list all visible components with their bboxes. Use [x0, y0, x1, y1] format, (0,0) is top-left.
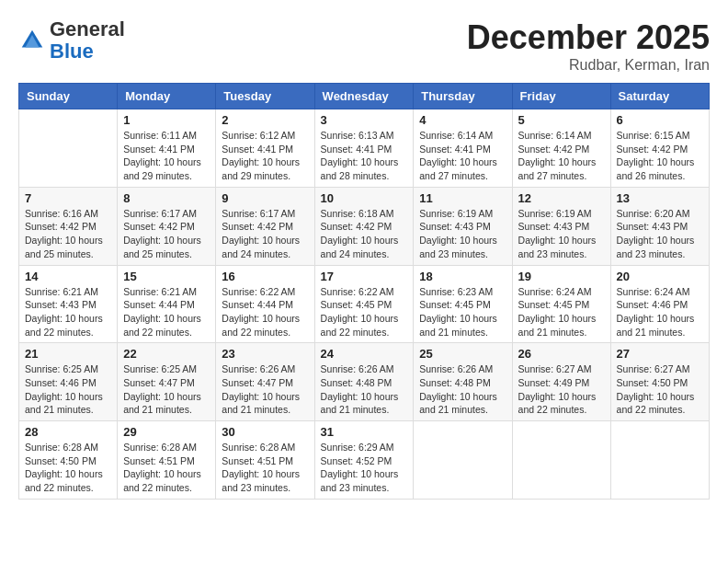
day-number: 22	[123, 347, 210, 361]
calendar-cell: 25Sunrise: 6:26 AM Sunset: 4:48 PM Dayli…	[414, 343, 512, 421]
day-number: 16	[222, 270, 308, 283]
day-info: Sunrise: 6:13 AM Sunset: 4:41 PM Dayligh…	[321, 129, 408, 183]
calendar-cell: 23Sunrise: 6:26 AM Sunset: 4:47 PM Dayli…	[216, 343, 314, 421]
calendar-cell: 18Sunrise: 6:23 AM Sunset: 4:45 PM Dayli…	[414, 265, 512, 343]
weekday-header: Friday	[512, 84, 610, 109]
day-number: 9	[222, 191, 308, 205]
calendar-cell: 1Sunrise: 6:11 AM Sunset: 4:41 PM Daylig…	[118, 109, 216, 188]
day-info: Sunrise: 6:18 AM Sunset: 4:42 PM Dayligh…	[321, 207, 408, 261]
day-number: 3	[321, 113, 408, 127]
day-number: 8	[123, 191, 210, 205]
location: Rudbar, Kerman, Iran	[467, 57, 710, 74]
day-number: 13	[617, 191, 703, 205]
day-number: 14	[25, 270, 111, 283]
calendar-week-row: 21Sunrise: 6:25 AM Sunset: 4:46 PM Dayli…	[19, 343, 710, 421]
calendar-cell: 5Sunrise: 6:14 AM Sunset: 4:42 PM Daylig…	[512, 109, 610, 188]
weekday-header: Thursday	[414, 84, 512, 109]
calendar-cell: 9Sunrise: 6:17 AM Sunset: 4:42 PM Daylig…	[216, 187, 314, 265]
logo-text: General Blue	[50, 18, 125, 63]
day-info: Sunrise: 6:21 AM Sunset: 4:43 PM Dayligh…	[25, 285, 111, 339]
day-info: Sunrise: 6:24 AM Sunset: 4:46 PM Dayligh…	[617, 285, 703, 339]
calendar-cell: 30Sunrise: 6:28 AM Sunset: 4:51 PM Dayli…	[216, 421, 314, 500]
day-number: 5	[518, 113, 605, 127]
day-info: Sunrise: 6:25 AM Sunset: 4:46 PM Dayligh…	[25, 362, 111, 417]
day-info: Sunrise: 6:22 AM Sunset: 4:44 PM Dayligh…	[222, 285, 308, 339]
calendar-cell: 3Sunrise: 6:13 AM Sunset: 4:41 PM Daylig…	[314, 109, 414, 188]
calendar-cell: 24Sunrise: 6:26 AM Sunset: 4:48 PM Dayli…	[314, 343, 414, 421]
day-info: Sunrise: 6:23 AM Sunset: 4:45 PM Dayligh…	[419, 285, 506, 339]
day-info: Sunrise: 6:27 AM Sunset: 4:50 PM Dayligh…	[617, 362, 703, 417]
day-number: 1	[123, 113, 210, 127]
day-number: 31	[321, 425, 408, 439]
day-number: 26	[518, 347, 605, 361]
weekday-header: Monday	[118, 84, 216, 109]
day-number: 2	[222, 113, 308, 127]
day-info: Sunrise: 6:26 AM Sunset: 4:47 PM Dayligh…	[222, 362, 308, 417]
day-info: Sunrise: 6:21 AM Sunset: 4:44 PM Dayligh…	[123, 285, 210, 339]
title-block: December 2025 Rudbar, Kerman, Iran	[467, 18, 710, 74]
day-info: Sunrise: 6:27 AM Sunset: 4:49 PM Dayligh…	[518, 362, 605, 417]
calendar-cell: 27Sunrise: 6:27 AM Sunset: 4:50 PM Dayli…	[610, 343, 709, 421]
calendar-cell: 7Sunrise: 6:16 AM Sunset: 4:42 PM Daylig…	[19, 187, 118, 265]
calendar-cell: 10Sunrise: 6:18 AM Sunset: 4:42 PM Dayli…	[314, 187, 414, 265]
weekday-header: Sunday	[19, 84, 118, 109]
calendar-cell: 21Sunrise: 6:25 AM Sunset: 4:46 PM Dayli…	[19, 343, 118, 421]
day-info: Sunrise: 6:29 AM Sunset: 4:52 PM Dayligh…	[321, 441, 408, 495]
calendar-cell	[610, 421, 709, 500]
calendar-cell: 15Sunrise: 6:21 AM Sunset: 4:44 PM Dayli…	[118, 265, 216, 343]
day-info: Sunrise: 6:26 AM Sunset: 4:48 PM Dayligh…	[321, 362, 408, 417]
day-number: 7	[25, 191, 111, 205]
calendar-cell: 14Sunrise: 6:21 AM Sunset: 4:43 PM Dayli…	[19, 265, 118, 343]
calendar-cell: 19Sunrise: 6:24 AM Sunset: 4:45 PM Dayli…	[512, 265, 610, 343]
day-info: Sunrise: 6:14 AM Sunset: 4:42 PM Dayligh…	[518, 129, 605, 183]
calendar-cell: 28Sunrise: 6:28 AM Sunset: 4:50 PM Dayli…	[19, 421, 118, 500]
day-info: Sunrise: 6:14 AM Sunset: 4:41 PM Dayligh…	[419, 129, 506, 183]
calendar-week-row: 1Sunrise: 6:11 AM Sunset: 4:41 PM Daylig…	[19, 109, 710, 188]
day-number: 30	[222, 425, 308, 439]
day-info: Sunrise: 6:16 AM Sunset: 4:42 PM Dayligh…	[25, 207, 111, 261]
day-info: Sunrise: 6:28 AM Sunset: 4:51 PM Dayligh…	[123, 441, 210, 495]
day-info: Sunrise: 6:11 AM Sunset: 4:41 PM Dayligh…	[123, 129, 210, 183]
calendar-cell: 17Sunrise: 6:22 AM Sunset: 4:45 PM Dayli…	[314, 265, 414, 343]
day-number: 10	[321, 191, 408, 205]
calendar-cell: 4Sunrise: 6:14 AM Sunset: 4:41 PM Daylig…	[414, 109, 512, 188]
day-number: 19	[518, 270, 605, 283]
calendar-cell: 8Sunrise: 6:17 AM Sunset: 4:42 PM Daylig…	[118, 187, 216, 265]
day-info: Sunrise: 6:22 AM Sunset: 4:45 PM Dayligh…	[321, 285, 408, 339]
day-number: 20	[617, 270, 703, 283]
day-number: 27	[617, 347, 703, 361]
calendar-cell: 11Sunrise: 6:19 AM Sunset: 4:43 PM Dayli…	[414, 187, 512, 265]
day-number: 4	[419, 113, 506, 127]
day-info: Sunrise: 6:28 AM Sunset: 4:51 PM Dayligh…	[222, 441, 308, 495]
day-number: 24	[321, 347, 408, 361]
day-info: Sunrise: 6:24 AM Sunset: 4:45 PM Dayligh…	[518, 285, 605, 339]
calendar-cell	[19, 109, 118, 188]
day-number: 23	[222, 347, 308, 361]
calendar-cell: 26Sunrise: 6:27 AM Sunset: 4:49 PM Dayli…	[512, 343, 610, 421]
day-info: Sunrise: 6:17 AM Sunset: 4:42 PM Dayligh…	[222, 207, 308, 261]
day-number: 29	[123, 425, 210, 439]
calendar-cell: 29Sunrise: 6:28 AM Sunset: 4:51 PM Dayli…	[118, 421, 216, 500]
month-title: December 2025	[467, 18, 710, 57]
calendar-cell: 16Sunrise: 6:22 AM Sunset: 4:44 PM Dayli…	[216, 265, 314, 343]
day-info: Sunrise: 6:12 AM Sunset: 4:41 PM Dayligh…	[222, 129, 308, 183]
day-info: Sunrise: 6:19 AM Sunset: 4:43 PM Dayligh…	[419, 207, 506, 261]
day-number: 15	[123, 270, 210, 283]
page-header: General Blue December 2025 Rudbar, Kerma…	[18, 18, 710, 74]
calendar-week-row: 7Sunrise: 6:16 AM Sunset: 4:42 PM Daylig…	[19, 187, 710, 265]
day-number: 18	[419, 270, 506, 283]
calendar-week-row: 14Sunrise: 6:21 AM Sunset: 4:43 PM Dayli…	[19, 265, 710, 343]
calendar-cell: 6Sunrise: 6:15 AM Sunset: 4:42 PM Daylig…	[610, 109, 709, 188]
day-info: Sunrise: 6:17 AM Sunset: 4:42 PM Dayligh…	[123, 207, 210, 261]
weekday-header: Saturday	[610, 84, 709, 109]
calendar-cell: 20Sunrise: 6:24 AM Sunset: 4:46 PM Dayli…	[610, 265, 709, 343]
calendar-cell	[414, 421, 512, 500]
weekday-header: Wednesday	[314, 84, 414, 109]
weekday-header: Tuesday	[216, 84, 314, 109]
logo: General Blue	[18, 18, 125, 63]
day-info: Sunrise: 6:26 AM Sunset: 4:48 PM Dayligh…	[419, 362, 506, 417]
calendar-week-row: 28Sunrise: 6:28 AM Sunset: 4:50 PM Dayli…	[19, 421, 710, 500]
day-number: 17	[321, 270, 408, 283]
calendar-table: SundayMondayTuesdayWednesdayThursdayFrid…	[18, 83, 710, 500]
day-info: Sunrise: 6:19 AM Sunset: 4:43 PM Dayligh…	[518, 207, 605, 261]
